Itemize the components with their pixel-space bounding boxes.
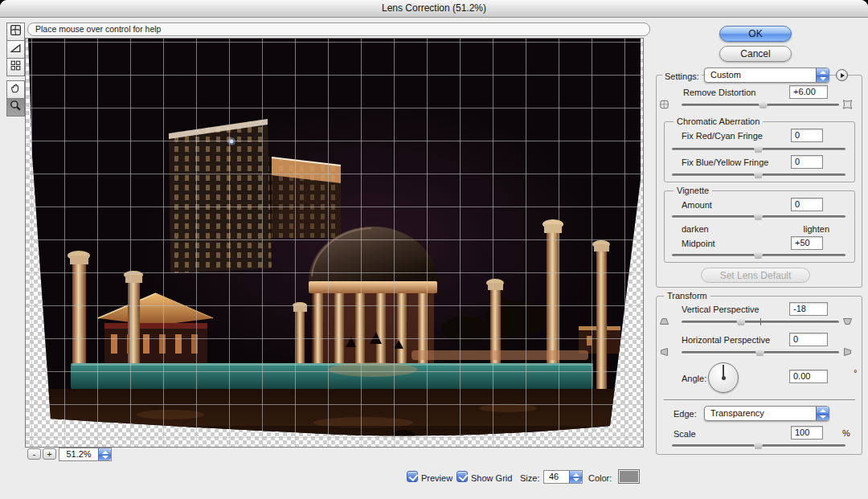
zoom-out-button[interactable]: - [27,448,41,460]
vertical-perspective-slider[interactable] [682,317,839,326]
scale-unit: % [842,428,850,438]
scale-value: 100 [795,427,809,437]
fix-red-cyan-slider-thumb[interactable] [754,145,763,153]
zoom-in-button[interactable]: + [43,448,56,460]
cancel-label: Cancel [740,48,770,59]
settings-label: Settings: [662,71,702,82]
grid-size-stepper[interactable] [569,471,582,483]
vignette-amount-slider[interactable] [672,211,845,221]
zoom-level-field[interactable]: 51.2% [59,448,112,461]
grid-size-field[interactable]: 46 [543,470,583,484]
vignette-midpoint-label: Midpoint [682,238,715,249]
stepper-up-icon [102,451,108,454]
hand-tool[interactable] [6,80,25,99]
angle-hub-icon [722,376,726,380]
fix-blue-yellow-label: Fix Blue/Yellow Fringe [682,157,768,168]
pincushion-distortion-icon [841,99,854,110]
edge-dropdown[interactable]: Transparency [704,406,829,421]
straighten-icon [9,41,23,58]
horizontal-perspective-slider[interactable] [682,347,839,357]
move-grid-tool[interactable] [6,58,25,76]
angle-dial[interactable] [708,362,739,393]
edge-label: Edge: [674,408,697,419]
barrel-distortion-icon [658,99,670,110]
ok-button[interactable]: OK [719,26,792,42]
vignette-title: Vignette [674,186,712,196]
vignette-amount-field[interactable]: 0 [791,198,823,211]
fix-red-cyan-label: Fix Red/Cyan Fringe [682,130,763,141]
show-grid-checkbox[interactable] [457,471,468,482]
vignette-midpoint-slider[interactable] [672,250,845,260]
scale-slider[interactable] [672,440,845,450]
fix-blue-yellow-slider[interactable] [672,170,845,179]
vignette-midpoint-slider-thumb[interactable] [754,251,763,259]
preview-checkbox[interactable] [407,471,418,482]
slider-center-tick [760,318,761,325]
remove-distortion-value: +6.00 [793,87,816,96]
vignette-midpoint-value: +50 [795,238,810,247]
remove-distortion-icon [9,23,23,40]
zoom-icon [9,99,23,116]
preview-frame [25,38,644,448]
remove-distortion-slider[interactable] [682,100,839,109]
set-lens-default-button[interactable]: Set Lens Default [701,268,810,283]
transform-title: Transform [664,291,710,301]
angle-needle-icon [723,365,724,377]
vignette-amount-slider-thumb[interactable] [754,212,763,220]
fix-red-cyan-value: 0 [795,130,800,140]
move-grid-icon [9,59,23,76]
stepper-up-icon [573,473,579,477]
zoom-in-label: + [47,449,51,459]
chromatic-aberration-title: Chromatic Aberration [674,117,763,127]
settings-flyout-menu-button[interactable] [836,69,848,81]
horizontal-perspective-field[interactable]: 0 [789,333,828,346]
preview-image[interactable] [26,39,643,447]
vertical-perspective-slider-thumb[interactable] [736,317,745,325]
angle-field[interactable]: 0.00 [789,370,828,383]
settings-dropdown[interactable]: Custom [704,67,829,83]
set-lens-default-label: Set Lens Default [720,270,792,281]
zoom-level-value: 51.2% [59,448,98,460]
fix-blue-yellow-value: 0 [795,157,800,166]
vignette-midpoint-field[interactable]: +50 [791,236,823,250]
fix-red-cyan-slider[interactable] [672,144,845,153]
help-bar: Place mouse over control for help [27,22,650,36]
zoom-stepper[interactable] [98,448,111,460]
remove-distortion-tool[interactable] [6,22,25,41]
dropdown-stepper-icon [816,407,829,420]
remove-distortion-label: Remove Distortion [683,87,755,98]
darken-label: darken [682,223,709,235]
show-grid-checkbox-label: Show Grid [471,472,512,484]
lighten-label: lighten [784,223,829,235]
cancel-button[interactable]: Cancel [719,46,792,62]
angle-value: 0.00 [793,371,810,381]
grid-color-swatch[interactable] [618,469,640,484]
stepper-down-icon [820,415,826,419]
fix-blue-yellow-slider-thumb[interactable] [754,170,763,178]
vertical-perspective-value: -18 [793,304,806,313]
stepper-down-icon [820,77,826,80]
ok-label: OK [748,28,762,39]
perspective-narrow-right-icon [841,346,854,358]
scale-field[interactable]: 100 [791,426,823,440]
title-bar[interactable]: Lens Correction (51.2%) [0,0,868,18]
remove-distortion-field[interactable]: +6.00 [789,85,828,99]
vignette-amount-value: 0 [795,199,800,209]
fix-blue-yellow-field[interactable]: 0 [791,155,823,169]
lens-correction-dialog: Lens Correction (51.2%) Place mouse over… [0,0,868,499]
vignette-amount-label: Amount [682,199,712,211]
stepper-up-icon [820,71,826,74]
zoom-tool[interactable] [6,98,25,117]
horizontal-perspective-label: Horizontal Perspective [682,334,770,346]
stepper-up-icon [820,409,826,412]
grid-size-label: Size: [520,472,539,484]
remove-distortion-slider-thumb[interactable] [759,100,768,108]
window-title: Lens Correction (51.2%) [382,2,486,14]
vertical-perspective-field[interactable]: -18 [789,302,828,316]
scale-slider-thumb[interactable] [754,441,763,449]
horizontal-perspective-slider-thumb[interactable] [755,348,764,356]
angle-label: Angle: [682,373,706,384]
fix-red-cyan-field[interactable]: 0 [791,129,823,142]
vertical-perspective-label: Vertical Perspective [682,304,760,315]
straighten-tool[interactable] [6,40,25,59]
